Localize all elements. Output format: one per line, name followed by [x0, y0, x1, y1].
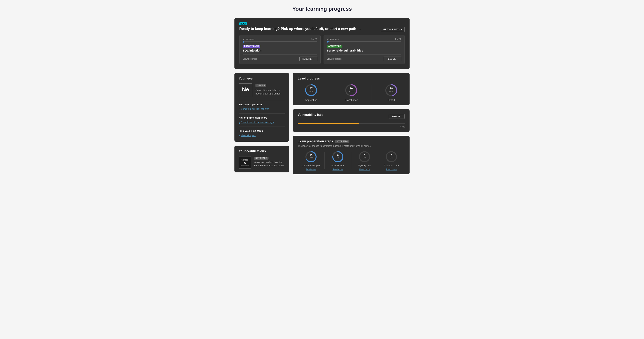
view-all-paths-button[interactable]: VIEW ALL PATHS — [380, 27, 405, 32]
practice-exam-read-more[interactable]: Read more — [386, 168, 396, 170]
svg-text:of 39: of 39 — [389, 90, 393, 92]
level-badge-0: PRACTITIONER — [242, 45, 260, 48]
apprentice-circle-svg: 47 of 59 — [304, 83, 318, 97]
svg-text:15: 15 — [310, 154, 312, 157]
progress-card-top-0: My progress 1 of 51 — [242, 38, 317, 40]
level-circle-expert: 18 of 39 Expert — [384, 83, 398, 101]
find-topic-heading: Find your next topic — [239, 129, 285, 132]
level-card-title: Your level — [239, 77, 285, 80]
vuln-percent: 57% — [298, 126, 405, 128]
level-progress-card: Level progress 47 of 59 Apprentice — [293, 73, 410, 105]
progress-label-0: My progress — [242, 38, 254, 40]
apprentice-label: Apprentice — [305, 98, 317, 101]
not-ready-badge: NOT READY — [254, 157, 268, 160]
svg-text:of 171: of 171 — [349, 90, 354, 92]
exam-circle-mystery: 0 of 5 Mystery labs Read more — [352, 150, 378, 170]
progress-bar-0 — [242, 41, 317, 42]
cert-badge: Burp Suite Certified 5 PRACTITIONER — [239, 156, 251, 169]
vuln-title: Vulnerability labs — [298, 113, 323, 117]
progress-card-top-1: My progress 1 of 52 — [327, 38, 402, 40]
circle-sep-1 — [331, 85, 331, 100]
bullet-icon-3: • — [239, 134, 240, 137]
progress-count-0: 1 of 51 — [311, 38, 317, 40]
exam-circle-all-topics: 15 of 23 Lab from all topics Read more — [298, 150, 324, 170]
cert-badge-title: Burp Suite Certified — [240, 158, 250, 161]
vuln-header: Vulnerability labs VIEW ALL — [298, 113, 405, 120]
svg-text:0: 0 — [364, 154, 365, 157]
practitioner-label: Practitioner — [345, 98, 358, 101]
footer-1: View progress → RESUME → — [327, 56, 402, 61]
svg-point-20 — [360, 152, 370, 162]
level-card: Your level Ne NEWBIE Solve 12 more labs … — [234, 73, 289, 142]
all-topics-label: Lab from all topics — [302, 164, 320, 167]
vuln-progress-fill — [298, 123, 359, 124]
topic-0: SQL injection — [242, 49, 317, 52]
svg-text:of 8: of 8 — [336, 157, 339, 159]
page-title: Your learning progress — [4, 6, 640, 12]
see-where-rank-heading: See where you rank — [239, 103, 285, 106]
resume-button-0[interactable]: RESUME → — [300, 56, 317, 61]
all-topics-read-more[interactable]: Read more — [306, 168, 316, 170]
user-journeys-link-text: Read three of our user journeys — [241, 121, 274, 124]
high-flyers-heading: Hall of Fame high flyers — [239, 116, 285, 119]
topic-1: Server-side vulnerabilities — [327, 49, 402, 52]
footer-0: View progress → RESUME → — [242, 56, 317, 61]
divider-1 — [327, 54, 402, 55]
level-content: Ne NEWBIE Solve 12 more labs to become a… — [239, 83, 285, 97]
resume-button-1[interactable]: RESUME → — [384, 56, 402, 61]
level-circle-practitioner: 90 of 171 Practitioner — [344, 83, 358, 101]
cert-content: Burp Suite Certified 5 PRACTITIONER NOT … — [239, 156, 285, 169]
view-progress-link-1[interactable]: View progress → — [327, 57, 344, 60]
element-box: Ne — [239, 83, 252, 97]
view-all-topics-link-text: View all topics — [241, 134, 256, 137]
svg-point-23 — [386, 152, 396, 162]
newbie-badge: NEWBIE — [256, 84, 266, 87]
svg-text:47: 47 — [310, 87, 313, 90]
view-all-button[interactable]: VIEW ALL — [389, 114, 405, 119]
svg-text:of 59: of 59 — [309, 90, 313, 92]
mystery-labs-label: Mystery labs — [358, 164, 371, 167]
practice-exam-circle-svg: 0 of 1 — [385, 150, 398, 163]
bullet-icon-2: • — [239, 121, 240, 124]
view-all-topics-link[interactable]: • View all topics — [239, 134, 285, 137]
level-description: Solve 12 more labs to become an apprenti… — [256, 88, 285, 95]
specific-labs-label: Specific labs — [331, 164, 344, 167]
cert-card: Your certifications Burp Suite Certified… — [234, 146, 289, 172]
top-card-header: Ready to keep learning? Pick up where yo… — [239, 27, 405, 32]
svg-text:of 1: of 1 — [390, 157, 393, 159]
user-journeys-link[interactable]: • Read three of our user journeys — [239, 121, 285, 124]
svg-text:of 23: of 23 — [309, 157, 313, 159]
view-progress-link-0[interactable]: View progress → — [242, 57, 260, 60]
element-line — [242, 93, 250, 93]
right-column: Level progress 47 of 59 Apprentice — [293, 73, 410, 174]
practitioner-circle-svg: 90 of 171 — [344, 83, 358, 97]
vuln-card: Vulnerability labs VIEW ALL 57% — [293, 109, 410, 132]
svg-text:0: 0 — [391, 154, 392, 157]
bullet-icon-1: • — [239, 107, 240, 111]
level-circle-apprentice: 47 of 59 Apprentice — [304, 83, 318, 101]
progress-dot-1 — [327, 41, 328, 42]
level-badge-1: APPRENTICE — [327, 45, 342, 48]
element-symbol: Ne — [242, 87, 249, 92]
cert-badge-number: 5 — [244, 161, 246, 165]
all-topics-circle-svg: 15 of 23 — [305, 150, 317, 163]
circle-sep-2 — [371, 85, 372, 100]
mystery-labs-read-more[interactable]: Read more — [359, 168, 370, 170]
hall-of-fame-link[interactable]: • Check out our Hall of Fame — [239, 107, 285, 111]
exam-circles: 15 of 23 Lab from all topics Read more 6 — [298, 150, 405, 170]
specific-labs-read-more[interactable]: Read more — [332, 168, 343, 170]
exam-subtitle: The labs you choose to complete must be … — [298, 145, 405, 147]
main-container: NEW! Ready to keep learning? Pick up whe… — [234, 18, 410, 174]
progress-card-0: My progress 1 of 51 PRACTITIONER SQL inj… — [239, 35, 321, 64]
exam-header: Exam preparation steps NOT READY — [298, 140, 405, 143]
progress-card-1: My progress 1 of 52 APPRENTICE Server-si… — [324, 35, 405, 64]
hall-of-fame-link-text: Check out our Hall of Fame — [241, 108, 269, 110]
progress-cards: My progress 1 of 51 PRACTITIONER SQL inj… — [239, 35, 405, 64]
svg-text:18: 18 — [390, 87, 393, 90]
top-card: NEW! Ready to keep learning? Pick up whe… — [234, 18, 410, 69]
exam-circle-specific: 6 of 8 Specific labs Read more — [324, 150, 351, 170]
level-info: NEWBIE Solve 12 more labs to become an a… — [256, 83, 285, 95]
svg-text:6: 6 — [337, 154, 338, 157]
mystery-labs-circle-svg: 0 of 5 — [358, 150, 371, 163]
new-badge: NEW! — [239, 22, 247, 25]
